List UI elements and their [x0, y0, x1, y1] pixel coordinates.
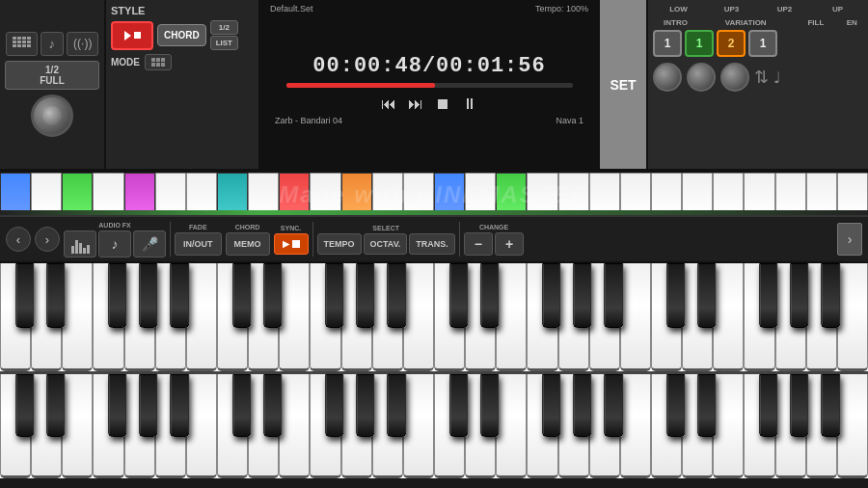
white-key[interactable] [651, 374, 682, 478]
white-key[interactable] [496, 374, 527, 478]
white-key[interactable] [62, 263, 93, 371]
fill-num-btn[interactable]: 1 [748, 30, 777, 57]
white-key[interactable] [62, 374, 93, 478]
white-key[interactable] [403, 263, 434, 371]
white-key[interactable] [372, 263, 403, 371]
white-key[interactable] [651, 263, 682, 371]
chord-btn[interactable]: CHORD [157, 24, 206, 46]
fast-forward-btn[interactable]: ⏭ [408, 95, 423, 113]
white-key[interactable] [217, 374, 248, 478]
white-key[interactable] [155, 374, 186, 478]
knob-3[interactable] [720, 63, 749, 92]
sync-label: SYNC. [281, 225, 301, 231]
white-key[interactable] [465, 263, 496, 371]
white-key[interactable] [186, 263, 217, 371]
white-key[interactable] [155, 263, 186, 371]
white-key[interactable] [775, 263, 806, 371]
pause-btn[interactable]: ⏸ [462, 95, 477, 113]
white-key[interactable] [31, 263, 62, 371]
upper-piano [0, 263, 868, 374]
white-key[interactable] [0, 374, 31, 478]
style-play-stop-btn[interactable] [111, 21, 153, 50]
octave-btn[interactable]: OCTAV. [364, 233, 408, 255]
white-key[interactable] [713, 374, 744, 478]
set-btn[interactable]: SET [598, 0, 646, 169]
white-key[interactable] [527, 263, 557, 371]
white-key[interactable] [186, 374, 217, 478]
white-key[interactable] [248, 263, 279, 371]
white-key[interactable] [682, 374, 713, 478]
white-key[interactable] [620, 374, 651, 478]
white-key[interactable] [496, 263, 527, 371]
mini-keyboard [0, 169, 868, 217]
select-label: SELECT [372, 225, 399, 231]
white-key[interactable] [372, 374, 403, 478]
minus-btn[interactable]: − [464, 232, 493, 256]
mode-btn[interactable] [145, 54, 172, 70]
grid-icon-btn[interactable] [6, 32, 38, 56]
rewind-btn[interactable]: ⏮ [381, 95, 396, 113]
white-key[interactable] [837, 263, 868, 371]
knob-2[interactable] [687, 63, 716, 92]
speaker-icon-btn[interactable]: ((·)) [67, 32, 98, 56]
tab-full-btn[interactable]: 1/2 FULL [5, 61, 99, 90]
white-key[interactable] [744, 374, 774, 478]
var1-num-btn[interactable]: 1 [685, 30, 714, 57]
white-key[interactable] [310, 263, 340, 371]
track-name: Zarb - Bandari 04 [275, 116, 342, 125]
white-key[interactable] [248, 374, 279, 478]
in-out-btn[interactable]: IN/OUT [175, 232, 222, 256]
white-key[interactable] [0, 263, 31, 371]
white-key[interactable] [837, 374, 868, 478]
white-key[interactable] [713, 263, 744, 371]
tempo-btn[interactable]: TEMPO [317, 233, 362, 255]
white-key[interactable] [93, 263, 123, 371]
var2-num-btn[interactable]: 2 [717, 30, 746, 57]
white-key[interactable] [434, 263, 465, 371]
white-key[interactable] [341, 263, 372, 371]
white-key[interactable] [806, 374, 837, 478]
white-key[interactable] [558, 374, 589, 478]
list-btn[interactable]: LIST [210, 36, 238, 50]
fx-bar: ‹ › AUDIO FX ♪ 🎤 FADE IN/OUT [0, 217, 868, 263]
main-knob[interactable] [31, 95, 73, 137]
white-key[interactable] [558, 263, 589, 371]
white-key[interactable] [682, 263, 713, 371]
white-key[interactable] [217, 263, 248, 371]
eq-icon-btn[interactable] [64, 230, 96, 258]
white-key[interactable] [465, 374, 496, 478]
white-key[interactable] [341, 374, 372, 478]
white-key[interactable] [589, 374, 620, 478]
white-key[interactable] [279, 374, 310, 478]
white-key[interactable] [620, 263, 651, 371]
memo-btn[interactable]: MEMO [226, 232, 270, 256]
audio-fx-label: AUDIO FX [98, 222, 130, 229]
white-key[interactable] [31, 374, 62, 478]
knob-1[interactable] [653, 63, 682, 92]
white-key[interactable] [124, 263, 155, 371]
right-change-arrow[interactable]: › [837, 223, 862, 256]
plus-btn[interactable]: + [495, 232, 524, 256]
prev-arrow-btn[interactable]: ‹ [6, 227, 31, 252]
up3-label: UP3 [706, 5, 757, 14]
music-note-icon-btn[interactable]: ♪ [98, 230, 131, 258]
white-key[interactable] [527, 374, 557, 478]
half-btn[interactable]: 1/2 [210, 20, 238, 35]
white-key[interactable] [589, 263, 620, 371]
trans-btn[interactable]: TRANS. [409, 233, 455, 255]
stop-btn[interactable]: ⏹ [435, 95, 450, 113]
white-key[interactable] [806, 263, 837, 371]
white-key[interactable] [310, 374, 340, 478]
next-arrow-btn[interactable]: › [35, 227, 60, 252]
white-key[interactable] [434, 374, 465, 478]
white-key[interactable] [775, 374, 806, 478]
white-key[interactable] [403, 374, 434, 478]
intro-num-btn[interactable]: 1 [653, 30, 682, 57]
white-key[interactable] [744, 263, 774, 371]
white-key[interactable] [279, 263, 310, 371]
play-stop-btn[interactable]: ▶ [274, 233, 309, 255]
mic-icon-btn[interactable]: 🎤 [133, 230, 166, 258]
note-icon-btn[interactable]: ♪ [41, 32, 65, 56]
white-key[interactable] [124, 374, 155, 478]
white-key[interactable] [93, 374, 123, 478]
